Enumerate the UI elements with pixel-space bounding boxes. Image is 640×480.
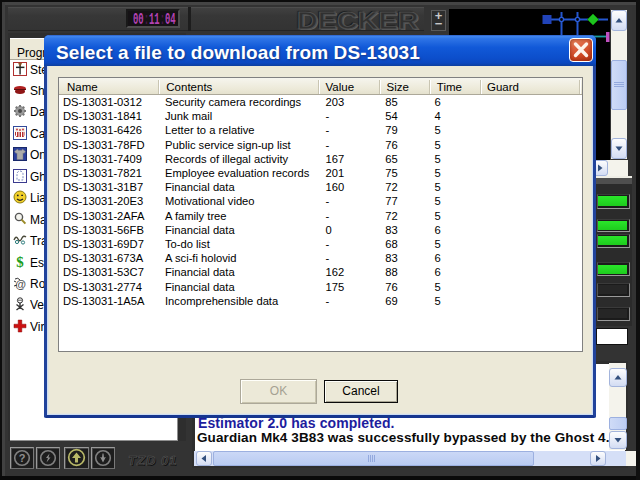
svg-text:$: $: [16, 255, 24, 269]
svg-text:@: @: [15, 278, 26, 290]
svg-text:?: ?: [19, 452, 26, 464]
